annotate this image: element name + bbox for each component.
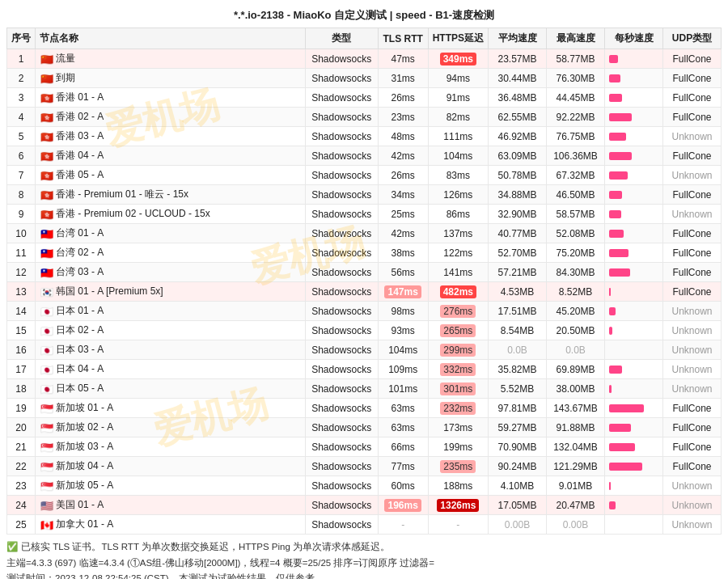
- cell-type: Shadowsocks: [305, 399, 378, 418]
- table-row: 12🇹🇼 台湾 03 - AShadowsocks56ms141ms57.21M…: [7, 263, 722, 282]
- footer-cert-line: ✅ 已核实 TLS 证书。TLS RTT 为单次数据交换延迟，HTTPS Pin…: [6, 539, 722, 556]
- flag-icon: 🇯🇵: [40, 345, 53, 354]
- cell-udp: FullCone: [663, 457, 722, 476]
- flag-icon: 🇭🇰: [40, 190, 53, 199]
- cell-avg: 59.27MB: [489, 418, 547, 437]
- cell-tls: 42ms: [378, 146, 428, 166]
- cell-https: 482ms: [428, 282, 488, 302]
- flag-icon: 🇨🇳: [40, 74, 53, 82]
- cell-udp: Unknown: [663, 476, 722, 496]
- cell-avg: 35.82MB: [489, 360, 547, 379]
- cell-bar: [605, 476, 663, 496]
- flag-icon: 🇹🇼: [40, 229, 53, 238]
- flag-icon: 🇸🇬: [40, 423, 53, 432]
- cell-bar: [605, 360, 663, 379]
- cell-https: 137ms: [428, 224, 488, 243]
- page-title: *.*​.io-2138 - MiaoKo 自定义测试 | speed - B1…: [234, 9, 494, 21]
- speed-bar: [609, 385, 612, 393]
- col-header-bar: 每秒速度: [605, 28, 663, 49]
- speed-bar: [609, 94, 622, 102]
- cell-avg: 30.44MB: [489, 69, 547, 88]
- table-row: 10🇹🇼 台湾 01 - AShadowsocks42ms137ms40.77M…: [7, 224, 722, 243]
- cell-max: 121.29MB: [547, 457, 605, 476]
- cell-type: Shadowsocks: [305, 263, 378, 282]
- cell-avg: 34.88MB: [489, 185, 547, 205]
- cell-type: Shadowsocks: [305, 224, 378, 243]
- cell-name: 🇯🇵 日本 02 - A: [36, 321, 306, 340]
- table-row: 18🇯🇵 日本 05 - AShadowsocks101ms301ms5.52M…: [7, 379, 722, 399]
- cell-tls: 98ms: [378, 302, 428, 321]
- cell-bar: [605, 515, 663, 535]
- cell-num: 12: [7, 263, 36, 282]
- cell-udp: FullCone: [663, 263, 722, 282]
- table-row: 14🇯🇵 日本 01 - AShadowsocks98ms276ms17.51M…: [7, 302, 722, 321]
- speed-bar: [609, 152, 632, 160]
- cell-tls: 66ms: [378, 437, 428, 457]
- cell-num: 6: [7, 146, 36, 166]
- speed-table: 序号 节点名称 类型 TLS RTT HTTPS延迟 平均速度 最高速度 每秒速…: [6, 27, 722, 535]
- table-row: 19🇸🇬 新加坡 01 - AShadowsocks63ms232ms97.81…: [7, 399, 722, 418]
- cell-tls: 63ms: [378, 399, 428, 418]
- cell-avg: 40.77MB: [489, 224, 547, 243]
- speed-bar: [609, 501, 616, 509]
- cell-type: Shadowsocks: [305, 321, 378, 340]
- table-row: 9🇭🇰 香港 - Premium 02 - UCLOUD - 15xShadow…: [7, 205, 722, 224]
- cell-name: 🇯🇵 日本 05 - A: [36, 379, 306, 399]
- cell-name: 🇸🇬 新加坡 05 - A: [36, 476, 306, 496]
- table-row: 25🇨🇦 加拿大 01 - AShadowsocks--0.00B0.00BUn…: [7, 515, 722, 535]
- cell-max: 8.52MB: [547, 282, 605, 302]
- cell-max: 45.20MB: [547, 302, 605, 321]
- cell-bar: [605, 69, 663, 88]
- table-row: 5🇭🇰 香港 03 - AShadowsocks48ms111ms46.92MB…: [7, 127, 722, 146]
- cell-name: 🇹🇼 台湾 02 - A: [36, 243, 306, 263]
- cell-bar: [605, 437, 663, 457]
- cell-num: 2: [7, 69, 36, 88]
- cell-name: 🇭🇰 香港 01 - A: [36, 88, 306, 108]
- cell-max: 67.32MB: [547, 166, 605, 185]
- table-row: 22🇸🇬 新加坡 04 - AShadowsocks77ms235ms90.24…: [7, 457, 722, 476]
- cell-udp: FullCone: [663, 185, 722, 205]
- cell-max: 58.57MB: [547, 205, 605, 224]
- cell-https: 188ms: [428, 476, 488, 496]
- cell-num: 17: [7, 360, 36, 379]
- cell-avg: 50.78MB: [489, 166, 547, 185]
- cell-max: 38.00MB: [547, 379, 605, 399]
- cell-bar: [605, 166, 663, 185]
- cell-max: 84.30MB: [547, 263, 605, 282]
- cell-avg: 32.90MB: [489, 205, 547, 224]
- speed-bar: [609, 249, 629, 257]
- cell-bar: [605, 418, 663, 437]
- speed-bar: [609, 327, 612, 335]
- cell-type: Shadowsocks: [305, 379, 378, 399]
- speed-bar: [609, 443, 635, 451]
- speed-bar: [609, 482, 611, 490]
- cell-https: 122ms: [428, 243, 488, 263]
- cell-avg: 0.00B: [489, 515, 547, 535]
- cell-udp: Unknown: [663, 340, 722, 360]
- cell-type: Shadowsocks: [305, 515, 378, 535]
- cell-max: 75.20MB: [547, 243, 605, 263]
- cell-https: 232ms: [428, 399, 488, 418]
- cell-avg: 5.52MB: [489, 379, 547, 399]
- cell-num: 18: [7, 379, 36, 399]
- cell-https: 301ms: [428, 379, 488, 399]
- cell-tls: 147ms: [378, 282, 428, 302]
- cell-tls: 60ms: [378, 476, 428, 496]
- cell-max: 91.88MB: [547, 418, 605, 437]
- cell-tls: 34ms: [378, 185, 428, 205]
- flag-icon: 🇯🇵: [40, 326, 53, 335]
- table-row: 7🇭🇰 香港 05 - AShadowsocks26ms83ms50.78MB6…: [7, 166, 722, 185]
- cell-name: 🇨🇳 到期: [36, 69, 306, 88]
- cell-avg: 46.92MB: [489, 127, 547, 146]
- cell-udp: FullCone: [663, 88, 722, 108]
- cell-avg: 4.53MB: [489, 282, 547, 302]
- table-row: 2🇨🇳 到期Shadowsocks31ms94ms30.44MB76.30MBF…: [7, 69, 722, 88]
- cell-name: 🇹🇼 台湾 03 - A: [36, 263, 306, 282]
- cell-num: 23: [7, 476, 36, 496]
- cell-bar: [605, 88, 663, 108]
- speed-bar: [609, 113, 632, 121]
- cell-name: 🇺🇸 美国 01 - A: [36, 496, 306, 515]
- cell-num: 3: [7, 88, 36, 108]
- flag-icon: 🇯🇵: [40, 365, 53, 374]
- cell-name: 🇭🇰 香港 05 - A: [36, 166, 306, 185]
